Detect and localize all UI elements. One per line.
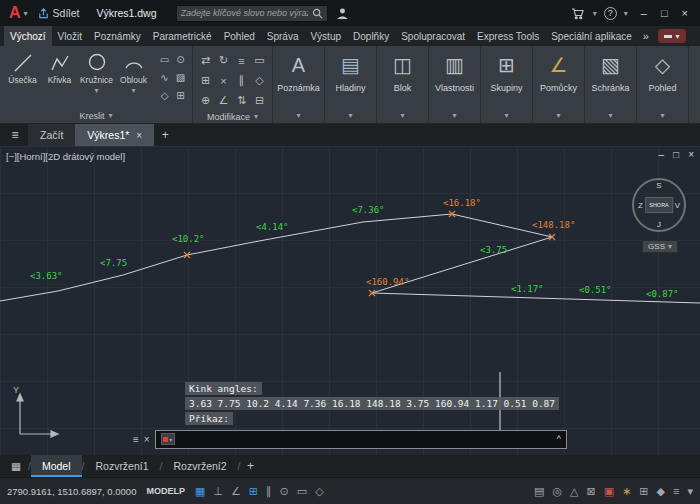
panel-expander[interactable]: ▾ — [637, 108, 688, 123]
ribbon-tab[interactable]: Pohled — [218, 26, 261, 46]
account-button[interactable] — [335, 7, 351, 20]
viewcube-top-face[interactable]: SHORA — [645, 197, 673, 213]
ribbon-tab[interactable]: Speciální aplikace — [545, 26, 638, 46]
file-tabs-menu-icon[interactable]: ≡ — [2, 124, 28, 146]
ribbon-tab[interactable]: Výchozí — [4, 26, 52, 46]
cart-button[interactable] — [570, 7, 586, 20]
modify-tool-icon[interactable]: ⇅ — [233, 91, 250, 110]
ribbon-tab[interactable]: Vložit — [52, 26, 88, 46]
panel-modifikace-expander[interactable]: Modifikace ▾ — [193, 110, 272, 123]
statusbar-tool-icon[interactable]: ▣ — [604, 485, 614, 498]
modify-tool-icon[interactable]: ∥ — [233, 71, 250, 90]
chevron-down-icon[interactable]: ▾ — [131, 86, 135, 95]
tool-line-button[interactable]: Úsečka — [4, 49, 41, 108]
ribbon-tab[interactable]: Parametrické — [147, 26, 218, 46]
viewport-controls-label[interactable]: [−][Horní][2D drátový model] — [6, 151, 125, 162]
ribbon-panel-button[interactable]: ∠ Pomůcky ▾ — [533, 46, 585, 123]
modify-tool-icon[interactable]: ↻ — [215, 51, 232, 70]
search-input[interactable] — [181, 8, 308, 18]
help-button[interactable]: ? — [604, 7, 617, 20]
tool-circle-button[interactable]: Kružnice ▾ — [78, 49, 115, 108]
modify-tool-icon[interactable]: × — [215, 71, 232, 90]
ribbon-panel-button[interactable]: ▧ Schránka ▾ — [585, 46, 637, 123]
statusbar-tool-icon[interactable]: ◆ — [657, 485, 665, 498]
viewport-close-button[interactable]: × — [688, 149, 694, 160]
command-close-icon[interactable]: × — [144, 434, 150, 445]
layout-menu-icon[interactable]: ▦ — [4, 455, 28, 477]
viewport-restore-button[interactable]: □ — [673, 149, 679, 160]
cursor-coordinates[interactable]: 2790.9161, 1510.6897, 0.0000 — [7, 486, 136, 497]
panel-expander[interactable]: ▾ — [585, 108, 636, 123]
ucs-dropdown[interactable]: GSS ▾ — [642, 240, 678, 253]
modify-tool-icon[interactable]: ≡ — [233, 51, 250, 70]
statusbar-tool-icon[interactable]: ▤ — [534, 485, 544, 498]
statusbar-toggle-icon[interactable]: ▦ — [195, 485, 205, 498]
panel-expander[interactable]: ▾ — [377, 108, 428, 123]
chevron-down-icon[interactable]: ▾ — [593, 9, 597, 18]
viewcube-north[interactable]: S — [656, 181, 661, 190]
draw-extra-icon[interactable]: ▭ — [157, 51, 172, 68]
modify-tool-icon[interactable]: ⊟ — [251, 91, 268, 110]
draw-extra-icon[interactable]: ◇ — [157, 87, 172, 104]
panel-expander[interactable]: ▾ — [533, 108, 584, 123]
expand-history-icon[interactable]: ^ — [557, 434, 561, 444]
draw-extra-icon[interactable]: ⊞ — [173, 87, 188, 104]
ribbon-panel-button[interactable]: ▥ Vlastnosti ▾ — [429, 46, 481, 123]
chevron-down-icon[interactable]: ▾ — [624, 9, 628, 18]
panel-expander[interactable]: ▾ — [481, 108, 532, 123]
statusbar-toggle-icon[interactable]: ▭ — [297, 485, 307, 498]
chevron-down-icon[interactable]: ▾ — [94, 86, 98, 95]
ribbon-display-toggle[interactable]: ▾ — [658, 29, 686, 43]
minimize-button[interactable]: – — [641, 7, 647, 19]
tool-arc-button[interactable]: Oblouk ▾ — [115, 49, 152, 108]
ribbon-tab[interactable]: Správa — [261, 26, 305, 46]
statusbar-tool-icon[interactable]: △ — [570, 485, 578, 498]
ribbon-panel-button[interactable]: ⊞ Skupiny ▾ — [481, 46, 533, 123]
statusbar-toggle-icon[interactable]: ∥ — [266, 485, 272, 498]
search-icon[interactable] — [312, 8, 323, 19]
ribbon-panel-button[interactable]: ◫ Blok ▾ — [377, 46, 429, 123]
statusbar-tool-icon[interactable]: ⊞ — [639, 485, 648, 498]
draw-extra-icon[interactable]: ⊙ — [173, 51, 188, 68]
statusbar-toggle-icon[interactable]: ⊙ — [280, 485, 289, 498]
statusbar-toggle-icon[interactable]: ⊞ — [249, 485, 258, 498]
statusbar-tool-icon[interactable]: ⊠ — [587, 485, 596, 498]
ribbon-tab[interactable]: Výstup — [304, 26, 347, 46]
close-button[interactable]: × — [682, 7, 688, 19]
ribbon-tab[interactable]: Doplňky — [347, 26, 395, 46]
tab-layout2[interactable]: Rozvržení2 — [162, 455, 237, 477]
tab-layout1[interactable]: Rozvržení1 — [84, 455, 159, 477]
statusbar-tool-icon[interactable]: ≡ — [673, 485, 679, 498]
ribbon-tab[interactable]: Express Tools — [471, 26, 545, 46]
viewport-minimize-button[interactable]: – — [659, 149, 665, 160]
viewcube-south[interactable]: J — [657, 220, 661, 229]
statusbar-toggle-icon[interactable]: ∠ — [231, 485, 241, 498]
ribbon-tab[interactable]: Spolupracovat — [395, 26, 471, 46]
tab-drawing1[interactable]: Výkres1* × — [75, 124, 154, 146]
new-drawing-button[interactable]: + — [154, 124, 176, 146]
panel-kreslit-expander[interactable]: Kreslit ▾ — [0, 108, 192, 123]
viewcube-west[interactable]: Z — [638, 201, 643, 210]
modify-tool-icon[interactable]: ⊞ — [197, 71, 214, 90]
panel-expander[interactable]: ▾ — [325, 108, 376, 123]
model-space-toggle[interactable]: MODELP — [146, 486, 185, 496]
ribbon-panel-button[interactable]: ▤ Hladiny ▾ — [325, 46, 377, 123]
statusbar-tool-icon[interactable]: ◎ — [552, 485, 562, 498]
statusbar-toggle-icon[interactable]: ◇ — [315, 485, 323, 498]
draw-extra-icon[interactable]: ∿ — [157, 69, 172, 86]
tab-model[interactable]: Model — [31, 455, 82, 477]
modify-tool-icon[interactable]: ▭ — [251, 51, 268, 70]
ribbon-overflow-icon[interactable]: » — [638, 26, 654, 46]
model-viewport[interactable]: Y [−][Horní][2D drátový model] – □ × S Z… — [0, 146, 700, 455]
panel-expander[interactable]: ▾ — [429, 108, 480, 123]
draw-extra-icon[interactable]: ▨ — [173, 69, 188, 86]
maximize-button[interactable]: □ — [661, 7, 668, 19]
recent-commands-button[interactable]: ▾ — [161, 433, 175, 445]
tab-start[interactable]: Začít — [28, 124, 75, 146]
statusbar-tool-icon[interactable]: ▾ — [687, 485, 693, 498]
close-tab-icon[interactable]: × — [136, 130, 142, 141]
viewcube-east[interactable]: V — [675, 201, 680, 210]
ribbon-tab[interactable]: Poznámky — [88, 26, 147, 46]
share-button[interactable]: Sdílet — [38, 7, 80, 19]
statusbar-tool-icon[interactable]: ∗ — [622, 485, 631, 498]
